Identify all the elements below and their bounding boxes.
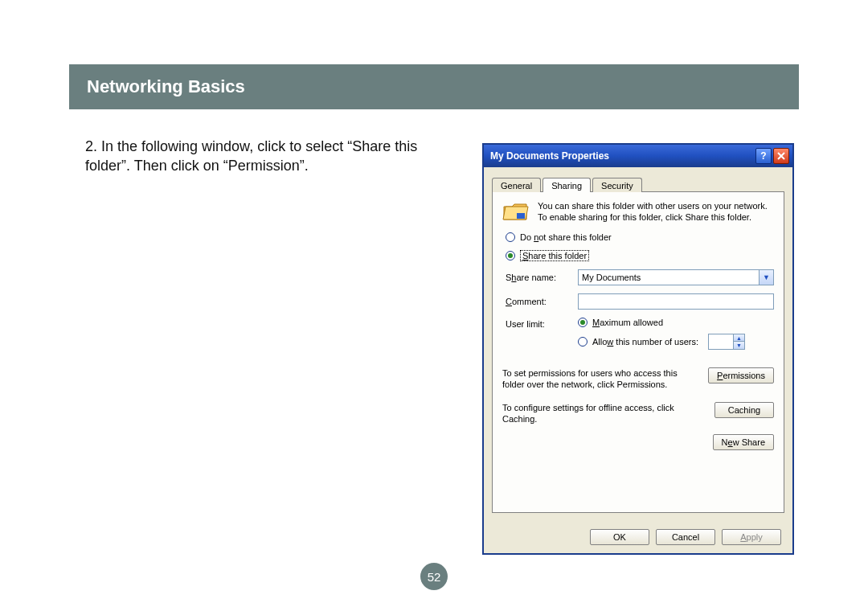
chevron-down-icon[interactable]: ▼ — [759, 270, 773, 285]
section-title: Networking Basics — [87, 76, 245, 97]
comment-label: Comment: — [506, 297, 570, 306]
tab-strip: General Sharing Security — [492, 174, 784, 191]
radio-icon[interactable] — [506, 251, 515, 260]
apply-button[interactable]: Apply — [722, 529, 781, 545]
share-name-label: Share name: — [506, 273, 570, 282]
user-limit-label: User limit: — [506, 318, 570, 356]
caching-text: To configure settings for offline access… — [502, 402, 708, 425]
dialog-button-row: OK Cancel Apply — [590, 529, 781, 545]
radio-share-folder-label: Share this folder — [520, 250, 589, 261]
user-count-stepper[interactable]: ▲ ▼ — [708, 334, 745, 350]
spin-down-icon[interactable]: ▼ — [733, 342, 744, 349]
svg-rect-0 — [517, 213, 525, 219]
window-title: My Documents Properties — [490, 150, 754, 162]
close-icon[interactable] — [773, 148, 789, 164]
new-share-button[interactable]: New Share — [713, 434, 774, 450]
radio-do-not-share[interactable]: Do not share this folder — [506, 232, 774, 242]
radio-do-not-share-label: Do not share this folder — [520, 232, 612, 242]
comment-field[interactable] — [578, 293, 774, 310]
tab-panel-sharing: You can share this folder with other use… — [492, 191, 784, 513]
manual-page: Networking Basics 2. In the following wi… — [0, 0, 868, 603]
tab-general[interactable]: General — [492, 178, 541, 192]
ok-button[interactable]: OK — [590, 529, 649, 545]
allow-number-label: Allow this number of users: — [592, 337, 698, 347]
caching-button[interactable]: Caching — [714, 402, 774, 418]
share-name-field[interactable]: My Documents ▼ — [578, 269, 774, 285]
radio-icon[interactable] — [578, 318, 588, 327]
titlebar: My Documents Properties ? — [484, 145, 792, 167]
instruction-text: 2. In the following window, click to sel… — [85, 137, 463, 176]
radio-icon[interactable] — [578, 337, 588, 347]
folder-share-icon — [502, 200, 530, 224]
tab-security[interactable]: Security — [592, 178, 642, 192]
section-header: Networking Basics — [69, 64, 799, 109]
permissions-button[interactable]: Permissions — [708, 367, 774, 384]
sharing-description: You can share this folder with other use… — [538, 200, 774, 224]
radio-share-folder[interactable]: Share this folder — [506, 250, 774, 261]
permissions-text: To set permissions for users who access … — [502, 367, 702, 391]
radio-max-allowed[interactable]: Maximum allowed — [578, 318, 774, 327]
help-icon[interactable]: ? — [755, 148, 772, 164]
share-name-value: My Documents — [582, 273, 641, 282]
dialog-client: General Sharing Security You can share t… — [484, 167, 792, 553]
cancel-button[interactable]: Cancel — [656, 529, 715, 545]
properties-dialog: My Documents Properties ? General Sharin… — [482, 143, 794, 555]
max-allowed-label: Maximum allowed — [592, 318, 663, 327]
tab-sharing[interactable]: Sharing — [542, 178, 591, 192]
spin-up-icon[interactable]: ▲ — [733, 334, 744, 342]
radio-allow-number[interactable]: Allow this number of users: ▲ ▼ — [578, 334, 774, 350]
radio-icon[interactable] — [506, 232, 515, 242]
page-number-badge: 52 — [420, 563, 448, 590]
